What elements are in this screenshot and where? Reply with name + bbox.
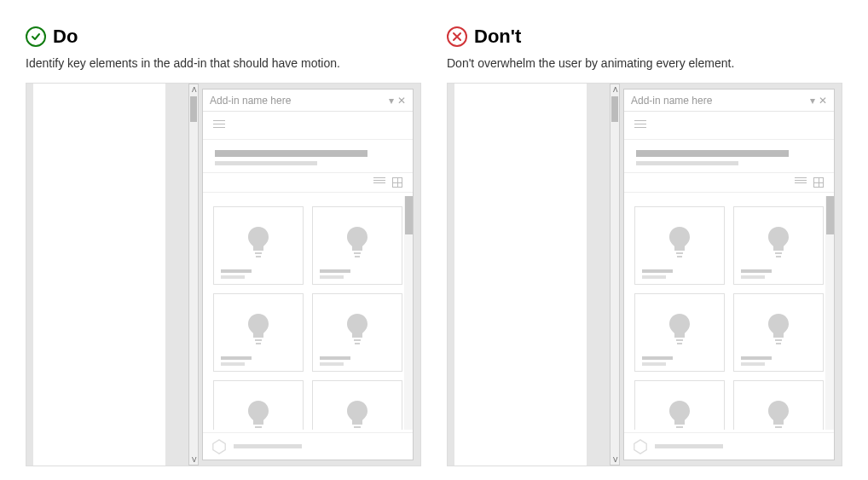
panel-scrollbar[interactable]	[825, 196, 834, 430]
card-grid	[203, 196, 413, 430]
view-toolbar	[203, 173, 413, 193]
scroll-thumb[interactable]	[826, 196, 834, 234]
bulb-icon	[245, 214, 272, 269]
list-view-icon[interactable]	[373, 177, 385, 188]
addin-panel: Add-in name here ▾ ✕	[623, 89, 835, 460]
bulb-icon	[344, 214, 371, 269]
dont-header: Don't	[447, 26, 842, 48]
document-area	[454, 84, 587, 466]
svg-marker-1	[634, 439, 646, 453]
placeholder-text	[215, 150, 367, 157]
item-card[interactable]	[733, 380, 824, 430]
item-card[interactable]	[213, 380, 304, 430]
item-card[interactable]	[733, 206, 824, 285]
panel-title: Add-in name here	[210, 95, 291, 107]
bulb-icon	[344, 301, 371, 356]
scroll-thumb[interactable]	[190, 96, 197, 122]
card-grid	[624, 196, 834, 430]
hexagon-icon	[211, 439, 227, 454]
placeholder-text	[215, 161, 317, 165]
panel-controls: ▾ ✕	[389, 95, 406, 107]
hamburger-menu[interactable]	[624, 112, 834, 140]
bulb-icon	[245, 388, 272, 430]
bulb-icon	[344, 388, 371, 430]
panel-title: Add-in name here	[631, 95, 712, 107]
bulb-icon	[666, 214, 693, 269]
close-icon[interactable]: ✕	[819, 95, 827, 107]
item-card[interactable]	[312, 206, 402, 285]
scroll-up-icon[interactable]: ᐱ	[610, 84, 619, 95]
placeholder-text	[655, 444, 723, 448]
content-header	[203, 140, 413, 173]
item-card[interactable]	[634, 206, 725, 285]
item-card[interactable]	[733, 293, 824, 372]
panel-footer	[203, 432, 413, 460]
dropdown-icon[interactable]: ▾	[810, 95, 815, 107]
panel-titlebar: Add-in name here ▾ ✕	[624, 90, 834, 112]
x-icon	[447, 26, 467, 47]
scroll-down-icon[interactable]: ᐯ	[610, 454, 619, 465]
bulb-icon	[765, 388, 792, 430]
do-title: Do	[53, 26, 78, 48]
checkmark-icon	[26, 26, 46, 47]
dont-title: Don't	[474, 26, 521, 48]
placeholder-text	[234, 444, 302, 448]
close-icon[interactable]: ✕	[397, 95, 406, 107]
item-card[interactable]	[634, 380, 725, 430]
placeholder-text	[636, 150, 789, 157]
item-card[interactable]	[634, 293, 725, 372]
item-card[interactable]	[312, 293, 402, 372]
document-scrollbar[interactable]: ᐱ ᐯ	[610, 84, 620, 466]
list-view-icon[interactable]	[795, 177, 807, 188]
document-scrollbar[interactable]: ᐱ ᐯ	[188, 84, 199, 466]
dont-mockup: ᐱ ᐯ Add-in name here ▾ ✕	[447, 83, 842, 466]
content-header	[624, 140, 834, 173]
panel-scrollbar[interactable]	[404, 196, 413, 430]
view-toolbar	[624, 173, 834, 193]
placeholder-text	[636, 161, 738, 165]
panel-titlebar: Add-in name here ▾ ✕	[203, 90, 413, 112]
item-card[interactable]	[213, 293, 304, 372]
do-column: Do Identify key elements in the add-in t…	[26, 26, 421, 466]
hamburger-menu[interactable]	[203, 112, 413, 140]
item-card[interactable]	[213, 206, 304, 285]
scroll-down-icon[interactable]: ᐯ	[189, 454, 198, 465]
item-card[interactable]	[312, 380, 402, 430]
svg-marker-0	[213, 439, 225, 453]
bulb-icon	[666, 388, 693, 430]
scroll-thumb[interactable]	[611, 96, 618, 122]
panel-footer	[624, 432, 834, 460]
do-description: Identify key elements in the add-in that…	[26, 56, 421, 70]
bulb-icon	[666, 301, 693, 356]
hexagon-icon	[633, 439, 648, 454]
do-mockup: ᐱ ᐯ Add-in name here ▾ ✕	[26, 83, 421, 466]
scroll-thumb[interactable]	[405, 196, 413, 234]
do-header: Do	[26, 26, 421, 48]
grid-view-icon[interactable]	[392, 177, 404, 188]
bulb-icon	[765, 301, 792, 356]
addin-panel: Add-in name here ▾ ✕	[202, 89, 414, 460]
panel-body	[624, 196, 834, 430]
dont-column: Don't Don't overwhelm the user by animat…	[447, 26, 842, 466]
panel-body	[203, 196, 413, 430]
scroll-up-icon[interactable]: ᐱ	[189, 84, 198, 95]
grid-view-icon[interactable]	[813, 177, 825, 188]
dropdown-icon[interactable]: ▾	[389, 95, 394, 107]
dont-description: Don't overwhelm the user by animating ev…	[447, 56, 842, 70]
bulb-icon	[245, 301, 272, 356]
document-area	[33, 84, 165, 466]
bulb-icon	[765, 214, 792, 269]
panel-controls: ▾ ✕	[810, 95, 827, 107]
